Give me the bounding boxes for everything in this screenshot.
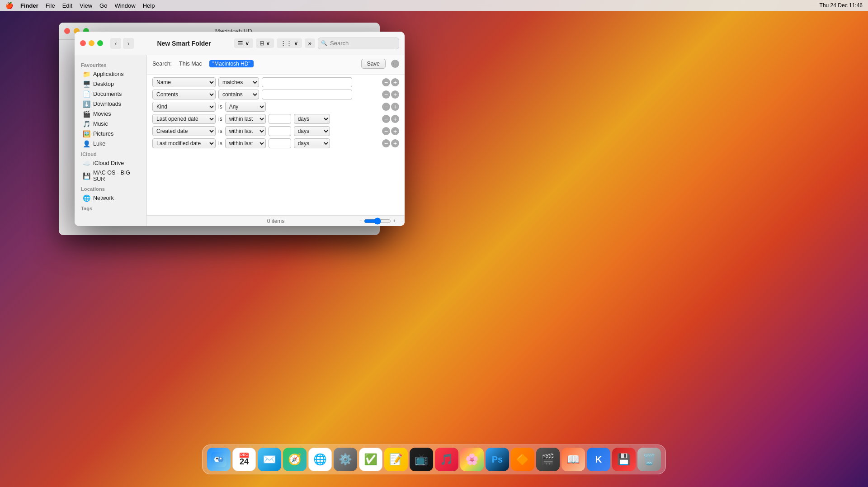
close-button[interactable] bbox=[80, 40, 86, 46]
photos-icon: 🌸 bbox=[465, 453, 479, 466]
menubar-right: Thu 24 Dec 11:46 bbox=[820, 2, 863, 9]
menu-finder[interactable]: Finder bbox=[20, 2, 38, 9]
bg-close-button[interactable] bbox=[64, 28, 70, 34]
menu-edit[interactable]: Edit bbox=[62, 2, 72, 9]
filter-kind-attribute[interactable]: Kind bbox=[152, 102, 216, 112]
sidebar-item-icloud-drive[interactable]: ☁️ iCloud Drive bbox=[76, 158, 145, 168]
minimize-button[interactable] bbox=[89, 40, 94, 46]
filter-created-attribute[interactable]: Created date bbox=[152, 126, 216, 136]
dock-system-prefs[interactable]: ⚙️ bbox=[334, 448, 357, 471]
sidebar-item-luke[interactable]: 👤 Luke bbox=[76, 139, 145, 149]
filter-rows: Name matches − + Co bbox=[147, 75, 405, 151]
sidebar-item-downloads[interactable]: ⬇️ Downloads bbox=[76, 99, 145, 109]
view-columns-button[interactable]: ⋮⋮ ∨ bbox=[277, 38, 302, 48]
menubar-datetime: Thu 24 Dec 11:46 bbox=[820, 2, 863, 9]
filter-contents-add[interactable]: + bbox=[391, 90, 399, 99]
filter-lastopened-unit[interactable]: days bbox=[294, 114, 330, 124]
dock-vlc[interactable]: 🔶 bbox=[511, 448, 534, 471]
scope-macintosh-pill[interactable]: "Macintosh HD" bbox=[209, 60, 254, 67]
apple-menu[interactable]: 🍎 bbox=[5, 2, 13, 9]
safari-icon: 🧭 bbox=[288, 453, 302, 466]
filter-lastopened-attribute[interactable]: Last opened date bbox=[152, 114, 216, 124]
filter-name-value[interactable] bbox=[262, 77, 352, 87]
dock-mail[interactable]: ✉️ bbox=[258, 448, 281, 471]
filter-kind-remove[interactable]: − bbox=[382, 103, 390, 111]
sidebar-item-desktop[interactable]: 🖥️ Desktop bbox=[76, 79, 145, 89]
view-list-button[interactable]: ☰ ∨ bbox=[234, 38, 253, 48]
filter-lastmodified-number[interactable] bbox=[269, 138, 291, 148]
finder-icon bbox=[211, 452, 226, 467]
dock-keynote[interactable]: K bbox=[587, 448, 610, 471]
view-grid-button[interactable]: ⊞ ∨ bbox=[256, 38, 274, 48]
dock-pages[interactable]: 📖 bbox=[561, 448, 585, 471]
filter-created-remove[interactable]: − bbox=[382, 127, 390, 135]
sidebar-item-applications[interactable]: 📁 Applications bbox=[76, 69, 145, 79]
dock-apple-tv[interactable]: 📺 bbox=[410, 448, 433, 471]
desktop-icon: 🖥️ bbox=[83, 80, 90, 88]
zoom-slider[interactable] bbox=[364, 217, 391, 225]
filter-contents-value[interactable] bbox=[262, 90, 352, 99]
sidebar-movies-label: Movies bbox=[93, 111, 111, 117]
menu-window[interactable]: Window bbox=[114, 2, 135, 9]
sidebar-item-macos[interactable]: 💾 MAC OS - BIG SUR bbox=[76, 168, 145, 184]
maximize-button[interactable] bbox=[97, 40, 103, 46]
filter-name-operator[interactable]: matches bbox=[218, 77, 259, 87]
nav-forward-button[interactable]: › bbox=[123, 38, 134, 49]
dock-photos[interactable]: 🌸 bbox=[460, 448, 484, 471]
filter-lastmodified-remove[interactable]: − bbox=[382, 139, 390, 147]
dock-trash[interactable]: 🗑️ bbox=[637, 448, 661, 471]
dock-notes[interactable]: 📝 bbox=[384, 448, 408, 471]
filter-lastmodified-operator[interactable]: within last bbox=[225, 138, 266, 148]
dock-final-cut[interactable]: 🎬 bbox=[536, 448, 560, 471]
filter-lastmodified-unit[interactable]: days bbox=[294, 138, 330, 148]
dock-safari[interactable]: 🧭 bbox=[283, 448, 307, 471]
view-more-button[interactable]: » bbox=[305, 38, 315, 48]
filter-name-remove[interactable]: − bbox=[382, 78, 390, 86]
filter-created-add[interactable]: + bbox=[391, 127, 399, 135]
save-minus-button[interactable]: − bbox=[391, 60, 399, 68]
search-input[interactable] bbox=[318, 38, 399, 49]
nav-back-button[interactable]: ‹ bbox=[110, 38, 121, 49]
save-button[interactable]: Save bbox=[361, 59, 386, 69]
menu-view[interactable]: View bbox=[80, 2, 92, 9]
filter-lastmodified-add[interactable]: + bbox=[391, 139, 399, 147]
filter-contents-remove[interactable]: − bbox=[382, 90, 390, 99]
menu-go[interactable]: Go bbox=[99, 2, 107, 9]
filter-lastmodified-attribute[interactable]: Last modified date bbox=[152, 138, 216, 148]
filter-lastopened-is-label: is bbox=[218, 116, 222, 122]
filter-lastopened-add[interactable]: + bbox=[391, 115, 399, 123]
filter-name-attribute[interactable]: Name bbox=[152, 77, 216, 87]
filter-created-unit[interactable]: days bbox=[294, 126, 330, 136]
pictures-icon: 🖼️ bbox=[83, 130, 90, 137]
filter-contents-attribute[interactable]: Contents bbox=[152, 90, 216, 99]
sidebar-item-movies[interactable]: 🎬 Movies bbox=[76, 109, 145, 119]
dock-reminders[interactable]: ✅ bbox=[359, 448, 382, 471]
filter-kind-value[interactable]: Any bbox=[225, 102, 266, 112]
filter-created-operator[interactable]: within last bbox=[225, 126, 266, 136]
filter-contents-operator[interactable]: contains bbox=[218, 90, 259, 99]
sidebar-item-network[interactable]: 🌐 Network bbox=[76, 193, 145, 203]
sidebar-item-music[interactable]: 🎵 Music bbox=[76, 119, 145, 129]
sidebar-desktop-label: Desktop bbox=[93, 81, 114, 87]
photoshop-icon: Ps bbox=[492, 454, 503, 465]
filter-contents-buttons: − + bbox=[382, 90, 399, 99]
apple-tv-icon: 📺 bbox=[415, 453, 428, 466]
dock-rufus[interactable]: 💾 bbox=[612, 448, 636, 471]
filter-lastopened-number[interactable] bbox=[269, 114, 291, 124]
filter-kind-add[interactable]: + bbox=[391, 103, 399, 111]
scope-this-mac-button[interactable]: This Mac bbox=[175, 60, 206, 68]
sidebar-item-pictures[interactable]: 🖼️ Pictures bbox=[76, 129, 145, 139]
dock-chrome[interactable]: 🌐 bbox=[308, 448, 332, 471]
filter-lastopened-operator[interactable]: within last bbox=[225, 114, 266, 124]
dock-music[interactable]: 🎵 bbox=[435, 448, 458, 471]
filter-created-buttons: − + bbox=[382, 127, 399, 135]
dock-calendar[interactable]: DEC 24 bbox=[232, 448, 256, 471]
menu-help[interactable]: Help bbox=[143, 2, 155, 9]
filter-created-number[interactable] bbox=[269, 126, 291, 136]
filter-name-add[interactable]: + bbox=[391, 78, 399, 86]
sidebar-item-documents[interactable]: 📄 Documents bbox=[76, 89, 145, 99]
menu-file[interactable]: File bbox=[46, 2, 55, 9]
dock-finder[interactable] bbox=[207, 448, 231, 471]
filter-lastopened-remove[interactable]: − bbox=[382, 115, 390, 123]
dock-photoshop[interactable]: Ps bbox=[486, 448, 509, 471]
